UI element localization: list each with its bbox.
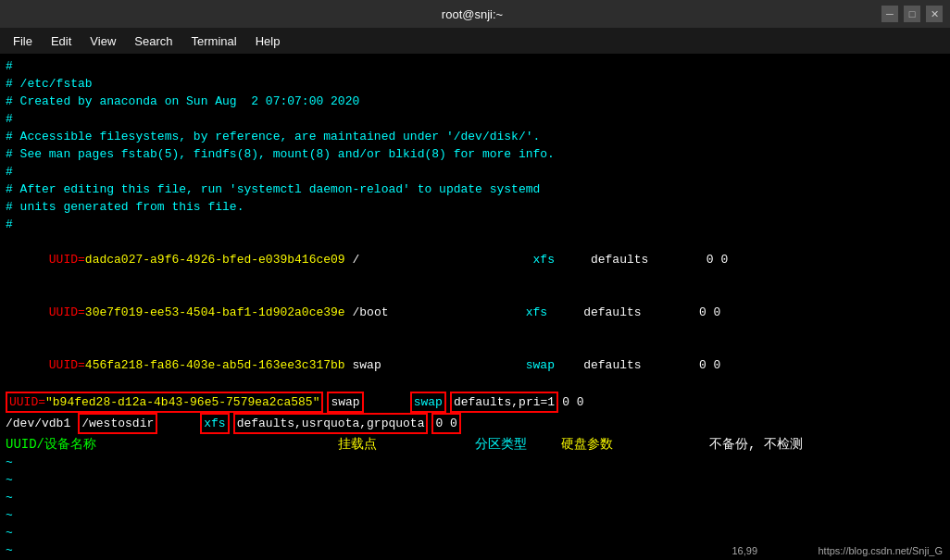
close-button[interactable]: ✕ bbox=[926, 6, 943, 22]
line-3: # Created by anaconda on Sun Aug 2 07:07… bbox=[6, 93, 944, 110]
line-10: # bbox=[6, 216, 944, 233]
tilde-1: ~ bbox=[6, 454, 944, 471]
line-1: # bbox=[6, 57, 944, 75]
watermark: https://blog.csdn.net/Snji_G bbox=[818, 545, 943, 556]
annotation-fstype: 分区类型 bbox=[441, 436, 561, 454]
spacer-7 bbox=[381, 358, 526, 372]
menu-terminal[interactable]: Terminal bbox=[182, 31, 246, 52]
annotation-uuid: UUID/设备名称 bbox=[6, 436, 274, 454]
dev-name: /dev/vdb1 bbox=[6, 415, 70, 432]
mount-2: /boot bbox=[345, 305, 389, 319]
line-uuid2: UUID=30e7f019-ee53-4504-baf1-1d902a0ce39… bbox=[6, 286, 944, 339]
tilde-4: ~ bbox=[6, 506, 944, 524]
annotation-mount: 挂载点 bbox=[274, 436, 441, 454]
spacer-6 bbox=[642, 305, 699, 319]
dump-3: 0 0 bbox=[699, 358, 720, 372]
line-dev: /dev/vdb1 /westosdir xfs defaults,usrquo… bbox=[6, 413, 944, 434]
opts-box-1: defaults,pri=1 bbox=[450, 392, 558, 413]
window-controls[interactable]: ─ □ ✕ bbox=[881, 6, 943, 22]
opts-2: defaults bbox=[583, 305, 641, 319]
mount-1: / bbox=[345, 253, 360, 267]
line-6: # See man pages fstab(5), findfs(8), mou… bbox=[6, 145, 944, 163]
spacer-1 bbox=[359, 253, 532, 267]
line-uuid4: UUID="b94fed28-d12a-4b43-96e5-7579ea2ca5… bbox=[6, 392, 944, 413]
line-4: # bbox=[6, 110, 944, 128]
uuid-key-1: UUID= bbox=[49, 253, 85, 267]
uuid-val-1: dadca027-a9f6-4926-bfed-e039b416ce09 bbox=[85, 253, 345, 267]
uuid-box-1: UUID="b94fed28-d12a-4b43-96e5-7579ea2ca5… bbox=[6, 392, 323, 413]
fs-box-1: swap bbox=[410, 392, 446, 413]
uuid-key-3: UUID= bbox=[49, 358, 85, 372]
dump-4: 0 0 bbox=[562, 393, 583, 411]
minimize-button[interactable]: ─ bbox=[881, 6, 898, 22]
line-9: # units generated from this file. bbox=[6, 198, 944, 216]
opts-1: defaults bbox=[591, 253, 648, 267]
menubar: File Edit View Search Terminal Help bbox=[0, 28, 950, 54]
spacer-2 bbox=[555, 253, 591, 267]
line-2: # /etc/fstab bbox=[6, 75, 944, 93]
tilde-5: ~ bbox=[6, 524, 944, 541]
spacer-4 bbox=[389, 305, 526, 319]
line-5: # Accessible filesystems, by reference, … bbox=[6, 128, 944, 145]
opts-box-2: defaults,usrquota,grpquota bbox=[233, 413, 429, 434]
fs-box-2: xfs bbox=[200, 413, 229, 434]
line-8: # After editing this file, run 'systemct… bbox=[6, 180, 944, 198]
spacer-3 bbox=[648, 253, 706, 267]
titlebar: root@snji:~ ─ □ ✕ bbox=[0, 0, 950, 28]
annotation-nodump: 不备份, 不检测 bbox=[709, 436, 803, 454]
mount-box-2: /westosdir bbox=[78, 413, 157, 434]
uuid-val-3: 456fa218-fa86-403e-ab5d-163ee3c317bb bbox=[85, 358, 345, 372]
dump-box-2: 0 0 bbox=[431, 413, 460, 434]
menu-help[interactable]: Help bbox=[246, 31, 290, 52]
menu-edit[interactable]: Edit bbox=[42, 31, 81, 52]
uuid-key-2: UUID= bbox=[49, 305, 85, 319]
spacer-8 bbox=[555, 358, 583, 372]
annotation-opts: 硬盘参数 bbox=[561, 436, 709, 454]
spacer-5 bbox=[547, 305, 583, 319]
dump-2: 0 0 bbox=[699, 305, 720, 319]
line-uuid1: UUID=dadca027-a9f6-4926-bfed-e039b416ce0… bbox=[6, 233, 944, 286]
terminal-window: root@snji:~ ─ □ ✕ File Edit View Search … bbox=[0, 0, 950, 560]
menu-view[interactable]: View bbox=[81, 31, 125, 52]
menu-search[interactable]: Search bbox=[125, 31, 181, 52]
annotation-row: UUID/设备名称 挂载点 分区类型 硬盘参数 不备份, 不检测 bbox=[6, 436, 944, 454]
tilde-3: ~ bbox=[6, 489, 944, 506]
fs-3: swap bbox=[526, 358, 555, 372]
menu-file[interactable]: File bbox=[4, 31, 42, 52]
line-7: # bbox=[6, 163, 944, 180]
opts-3: defaults bbox=[583, 358, 641, 372]
mount-3: swap bbox=[345, 358, 381, 372]
dump-1: 0 0 bbox=[706, 253, 728, 267]
uuid-val-2: 30e7f019-ee53-4504-baf1-1d902a0ce39e bbox=[85, 305, 345, 319]
terminal-body[interactable]: # # /etc/fstab # Created by anaconda on … bbox=[0, 54, 950, 560]
fs-1: xfs bbox=[533, 253, 555, 267]
maximize-button[interactable]: □ bbox=[904, 6, 920, 22]
tilde-6: ~ bbox=[6, 541, 944, 559]
window-title: root@snji:~ bbox=[63, 7, 881, 21]
spacer-9 bbox=[642, 358, 699, 372]
tilde-2: ~ bbox=[6, 471, 944, 489]
line-uuid3: UUID=456fa218-fa86-403e-ab5d-163ee3c317b… bbox=[6, 339, 944, 392]
cursor-position: 16,99 bbox=[731, 545, 757, 556]
mount-box-1: swap bbox=[327, 392, 363, 413]
fs-2: xfs bbox=[526, 305, 547, 319]
